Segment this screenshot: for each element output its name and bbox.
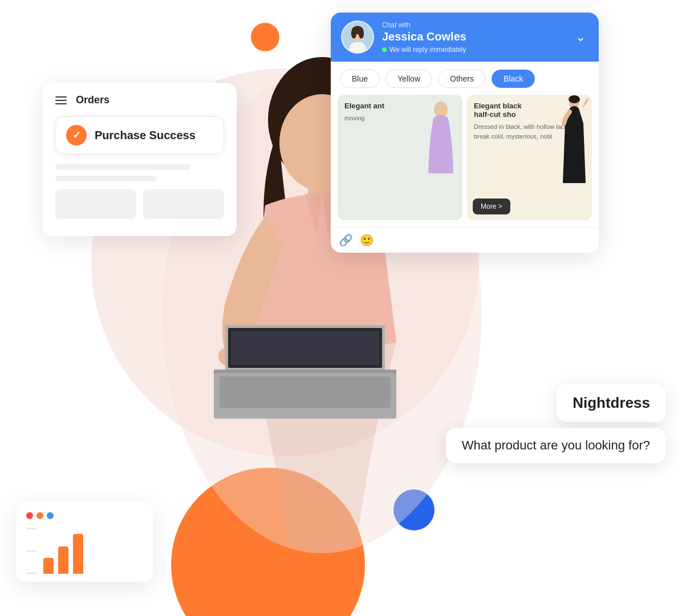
attach-icon[interactable]: 🔗	[339, 233, 353, 247]
check-icon	[66, 125, 87, 145]
bar-1	[43, 558, 54, 574]
svg-point-8	[569, 95, 580, 103]
collapse-chat-button[interactable]	[573, 29, 588, 45]
orders-title: Orders	[76, 94, 109, 106]
purchase-success-text: Purchase Success	[95, 129, 196, 142]
side-line-2	[26, 550, 36, 552]
emoji-icon[interactable]: 🙂	[360, 233, 374, 247]
svg-rect-20	[220, 376, 391, 408]
chat-status: We will reply immediately	[382, 46, 573, 54]
orders-box-2	[143, 189, 224, 219]
question-text: What product are you looking for?	[462, 438, 650, 452]
dot-blue	[47, 512, 54, 519]
analytics-side-lines	[26, 528, 36, 574]
purchase-success-badge: Purchase Success	[55, 116, 224, 154]
svg-point-4	[351, 28, 356, 39]
product-card-2: Elegant blackhalf-cut sho Dressed in bla…	[467, 95, 592, 220]
orders-boxes	[55, 189, 224, 219]
pill-yellow[interactable]: Yellow	[385, 70, 432, 88]
chat-panel: Chat with Jessica Cowles We will reply i…	[331, 13, 599, 253]
chat-header: Chat with Jessica Cowles We will reply i…	[331, 13, 599, 62]
pill-others[interactable]: Others	[438, 70, 486, 88]
agent-avatar	[341, 21, 374, 54]
analytics-dots	[26, 512, 143, 519]
pill-black[interactable]: Black	[492, 70, 535, 88]
svg-rect-18	[214, 370, 396, 373]
color-filter-pills: Blue Yellow Others Black	[331, 62, 599, 88]
status-text: We will reply immediately	[389, 46, 466, 54]
products-area: Elegant ant moving Elegant blackhalf-cut…	[331, 88, 599, 227]
product-card-1: Elegant ant moving	[338, 95, 462, 220]
pill-blue[interactable]: Blue	[340, 70, 380, 88]
svg-point-6	[434, 102, 448, 117]
orders-line-2	[55, 176, 157, 181]
bar-3	[73, 534, 83, 574]
side-line-3	[26, 573, 36, 574]
product-image-2	[557, 95, 588, 183]
agent-name: Jessica Cowles	[382, 30, 573, 43]
orders-header: Orders	[55, 94, 224, 106]
analytics-panel	[16, 502, 153, 582]
question-bubble: What product are you looking for?	[446, 428, 666, 463]
orders-line-1	[55, 164, 190, 170]
dot-orange	[36, 512, 43, 519]
svg-point-5	[359, 28, 364, 39]
status-dot	[382, 47, 387, 52]
chat-info: Chat with Jessica Cowles We will reply i…	[382, 21, 573, 54]
analytics-bars	[26, 528, 143, 574]
chat-input-area: 🔗 🙂	[331, 227, 599, 253]
nightdress-bubble: Nightdress	[557, 384, 666, 422]
more-button[interactable]: More >	[473, 198, 510, 214]
orders-panel: Orders Purchase Success	[43, 83, 237, 236]
bar-2	[58, 546, 68, 574]
svg-rect-17	[231, 331, 379, 365]
orders-box-1	[55, 189, 136, 219]
product-image-1	[424, 99, 458, 173]
nightdress-text: Nightdress	[573, 394, 650, 411]
side-line-1	[26, 528, 36, 529]
chat-with-label: Chat with	[382, 21, 573, 29]
dot-red	[26, 512, 33, 519]
hamburger-icon[interactable]	[55, 96, 67, 104]
